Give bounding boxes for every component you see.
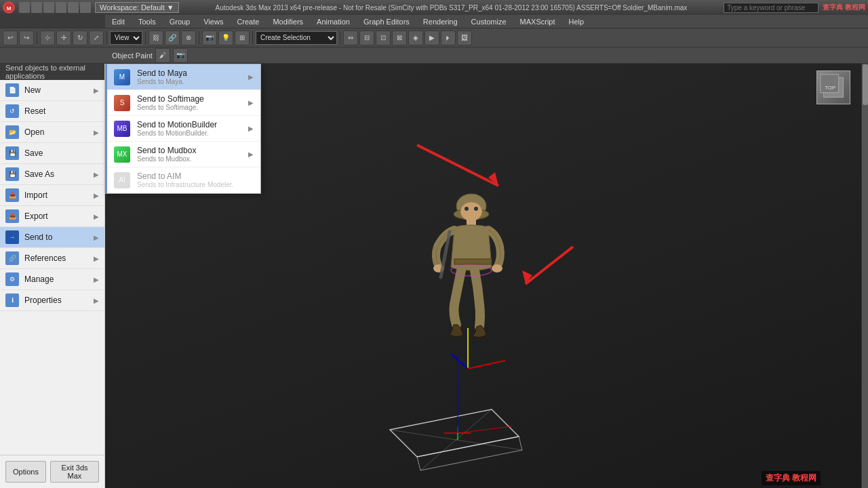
unlink-button[interactable]: 🔗 — [165, 30, 180, 45]
app-menu-title: Send objects to external applications — [0, 64, 104, 80]
menu-create[interactable]: Create — [230, 15, 266, 28]
svg-line-25 — [468, 361, 505, 369]
redo-button[interactable]: ↪ — [19, 30, 34, 45]
submenu-item-motionbuilder[interactable]: MB Send to MotionBuilder Sends to Motion… — [107, 116, 260, 142]
paint-tool[interactable]: 🖌 — [155, 48, 170, 63]
undo-button[interactable]: ↩ — [3, 30, 18, 45]
app-menu-panel: Send objects to external applications 📄 … — [0, 64, 105, 488]
aim-desc: Sends to Infrastructure Modeler. — [137, 181, 233, 188]
manage-icon: ⚙ — [5, 272, 19, 286]
menu-animation[interactable]: Animation — [310, 15, 357, 28]
quick-render[interactable]: ⏵ — [441, 30, 456, 45]
align-button[interactable]: ⊞ — [235, 30, 250, 45]
menu-customize[interactable]: Customize — [465, 15, 513, 28]
titlebar-toolbar — [19, 2, 91, 13]
menu-item-sendto[interactable]: → Send to ▶ — [0, 227, 104, 248]
menu-item-new[interactable]: 📄 New ▶ — [0, 80, 104, 101]
move-button[interactable]: ✛ — [56, 30, 71, 45]
menu-graph-editors[interactable]: Graph Editors — [357, 15, 416, 28]
menu-item-export[interactable]: 📤 Export ▶ — [0, 206, 104, 227]
menu-edit[interactable]: Edit — [105, 15, 132, 28]
mirror-button[interactable]: ⇔ — [343, 30, 358, 45]
menu-modifiers[interactable]: Modifiers — [266, 15, 310, 28]
brand-watermark: 查字典 教程网 — [823, 3, 865, 12]
title-bar: M Workspace: Default ▼ Autodesk 3ds Max … — [0, 0, 868, 15]
menu-item-open[interactable]: 📂 Open ▶ — [0, 122, 104, 143]
camera-button[interactable]: 📷 — [202, 30, 217, 45]
link-button[interactable]: ⛓ — [149, 30, 163, 45]
render-frame[interactable]: 🖼 — [457, 30, 472, 45]
workspace-button[interactable]: Workspace: Default ▼ — [95, 2, 179, 13]
layer-button[interactable]: ⊠ — [392, 30, 407, 45]
selection-filter[interactable]: Create Selection — [256, 31, 337, 45]
motionbuilder-icon: MB — [114, 121, 130, 137]
softimage-icon: S — [114, 95, 130, 111]
main-toolbar: ↩ ↪ ⊹ ✛ ↻ ⤢ View ⛓ 🔗 ⊕ 📷 💡 ⊞ Create Sele… — [0, 28, 868, 47]
menu-help[interactable]: Help — [562, 15, 591, 28]
array-button[interactable]: ⊟ — [359, 30, 374, 45]
bottom-buttons: Options Exit 3ds Max — [0, 455, 104, 488]
view-select[interactable]: View — [110, 31, 142, 45]
menu-item-import[interactable]: 📥 Import ▶ — [0, 185, 104, 206]
toolbar-separator — [37, 31, 37, 45]
maya-label: Send to Maya — [137, 68, 187, 78]
scale-button[interactable]: ⤢ — [89, 30, 104, 45]
arrow-icon-sendto: ▶ — [94, 234, 99, 241]
snap-button[interactable]: ⊡ — [376, 30, 391, 45]
bind-button[interactable]: ⊕ — [181, 30, 196, 45]
red-arrow-1 — [417, 145, 498, 186]
red-arrow-2 — [522, 247, 573, 284]
menu-items: Edit Tools Group Views Create Modifiers … — [105, 15, 591, 28]
maya-desc: Sends to Maya. — [137, 78, 187, 85]
svg-text:M: M — [7, 5, 12, 12]
menu-views[interactable]: Views — [197, 15, 230, 28]
app-logo: M — [3, 1, 15, 14]
export-icon: 📤 — [5, 209, 19, 223]
mudbox-label: Send to Mudbox — [137, 146, 196, 155]
softimage-label: Send to Softimage — [137, 94, 204, 104]
menu-rendering[interactable]: Rendering — [416, 15, 465, 28]
options-button[interactable]: Options — [5, 461, 46, 483]
menu-item-properties[interactable]: ℹ Properties ▶ — [0, 290, 104, 311]
mudbox-arrow-icon: ▶ — [248, 150, 254, 158]
menu-item-save[interactable]: 💾 Save — [0, 143, 104, 164]
exit-button[interactable]: Exit 3ds Max — [50, 461, 99, 483]
menu-item-saveas[interactable]: 💾 Save As ▶ — [0, 164, 104, 185]
softimage-arrow-icon: ▶ — [248, 99, 254, 106]
material-button[interactable]: ◈ — [408, 30, 423, 45]
scroll-thumb[interactable] — [863, 64, 868, 105]
saveas-icon: 💾 — [5, 167, 19, 181]
svg-line-27 — [417, 145, 498, 186]
motionbuilder-desc: Sends to MotionBuilder. — [137, 129, 217, 137]
menu-group[interactable]: Group — [163, 15, 197, 28]
arrow-icon-manage: ▶ — [94, 276, 99, 283]
menu-item-reset[interactable]: ↺ Reset — [0, 101, 104, 122]
menu-tools[interactable]: Tools — [132, 15, 163, 28]
menu-item-references[interactable]: 🔗 References ▶ — [0, 248, 104, 269]
arrow-icon-properties: ▶ — [94, 297, 99, 304]
svg-line-29 — [526, 247, 573, 284]
rotate-button[interactable]: ↻ — [73, 30, 87, 45]
submenu-item-softimage[interactable]: S Send to Softimage Sends to Softimage. … — [107, 90, 260, 116]
search-input[interactable] — [724, 3, 818, 13]
view-cube[interactable]: TOP — [816, 70, 850, 104]
light-button[interactable]: 💡 — [218, 30, 233, 45]
camera-icon[interactable]: 📷 — [173, 48, 188, 63]
submenu-item-aim: AI Send to AIM Sends to Infrastructure M… — [107, 167, 260, 193]
menu-maxscript[interactable]: MAXScript — [513, 15, 562, 28]
svg-line-11 — [458, 426, 512, 433]
submenu-item-mudbox[interactable]: MX Send to Mudbox Sends to Mudbox. ▶ — [107, 142, 260, 167]
render-button[interactable]: ▶ — [425, 30, 439, 45]
select-button[interactable]: ⊹ — [40, 30, 55, 45]
mudbox-icon: MX — [114, 146, 130, 163]
watermark: 查字典 教程网 — [762, 471, 821, 485]
submenu-item-maya[interactable]: M Send to Maya Sends to Maya. ▶ — [107, 64, 260, 90]
motionbuilder-arrow-icon: ▶ — [248, 125, 254, 132]
right-scrollbar[interactable] — [861, 64, 868, 488]
softimage-desc: Sends to Softimage. — [137, 104, 204, 111]
arrow-icon: ▶ — [94, 87, 99, 94]
menu-item-manage[interactable]: ⚙ Manage ▶ — [0, 269, 104, 290]
maya-icon: M — [114, 69, 130, 85]
arrow-icon-references: ▶ — [94, 255, 99, 262]
main-content: Send objects to external applications 📄 … — [0, 64, 868, 488]
